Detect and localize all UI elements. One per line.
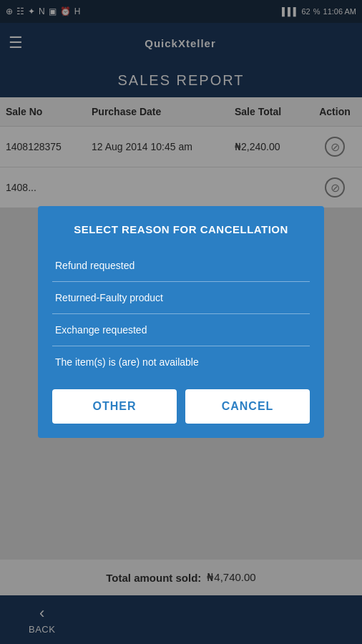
cancellation-dialog: SELECT REASON FOR CANCELLATION Refund re… (38, 206, 324, 438)
option-not-available[interactable]: The item(s) is (are) not available (52, 346, 310, 378)
option-returned-faulty[interactable]: Returned-Faulty product (52, 282, 310, 314)
dialog-buttons: OTHER CANCEL (52, 389, 310, 424)
cancel-button[interactable]: CANCEL (185, 389, 310, 424)
dialog-title: SELECT REASON FOR CANCELLATION (52, 223, 310, 235)
option-refund[interactable]: Refund requested (52, 250, 310, 282)
other-button[interactable]: OTHER (52, 389, 177, 424)
option-exchange[interactable]: Exchange requested (52, 314, 310, 346)
modal-overlay: SELECT REASON FOR CANCELLATION Refund re… (0, 0, 362, 644)
dialog-options-list: Refund requested Returned-Faulty product… (52, 250, 310, 378)
